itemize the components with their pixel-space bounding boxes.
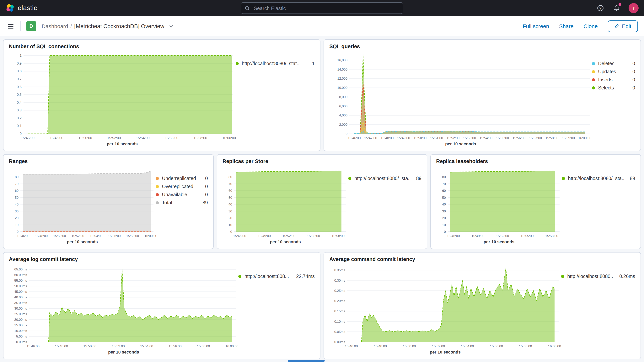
x-axis-label: per 10 seconds [329, 350, 561, 356]
edit-button[interactable]: Edit [608, 20, 638, 32]
svg-text:15:46:00: 15:46:00 [447, 234, 460, 238]
svg-text:15:55:00: 15:55:00 [307, 234, 320, 238]
chart-legend: http://localhost:8080/_sta... 89 [562, 165, 635, 246]
svg-text:0.00ms: 0.00ms [16, 340, 27, 344]
sql-connections-area-chart[interactable]: 00.10.20.30.40.50.60.70.80.9115:46:0015:… [9, 50, 236, 142]
legend-label: Overreplicated [162, 184, 194, 189]
chart-legend: http://localhost:8080/_sta... 89 [348, 165, 422, 246]
chart-legend: Deletes 0 Updates 0 Inserts 0 [592, 50, 635, 148]
panel-title[interactable]: SQL queries [329, 44, 635, 49]
svg-text:70: 70 [15, 182, 18, 186]
share-button[interactable]: Share [559, 23, 574, 29]
legend-item[interactable]: Overreplicated 0 [156, 184, 208, 189]
space-badge[interactable]: D [26, 21, 36, 31]
svg-text:50: 50 [442, 196, 446, 200]
elastic-logo[interactable]: elastic [6, 4, 37, 13]
legend-label: Updates [598, 69, 616, 74]
svg-text:0.8: 0.8 [17, 69, 22, 73]
legend-item[interactable]: Unavailable 0 [156, 192, 208, 198]
svg-text:0.05ms: 0.05ms [334, 330, 345, 334]
svg-text:60: 60 [442, 189, 446, 192]
svg-text:30: 30 [15, 210, 18, 213]
svg-text:15:58:00: 15:58:00 [545, 234, 558, 238]
replicas-per-store-area-chart[interactable]: 0102030405060708015:46:0015:49:0015:52:0… [222, 165, 348, 240]
search-input[interactable] [253, 5, 399, 11]
x-axis-label: per 10 seconds [9, 240, 156, 246]
panel-average-log-commit-latency: Average log commit latency 0.00ms5.00ms1… [3, 252, 320, 359]
svg-text:15:49:00: 15:49:00 [472, 234, 484, 238]
svg-text:15:52:00: 15:52:00 [112, 344, 125, 348]
svg-text:4,000: 4,000 [339, 113, 348, 117]
chart-legend: Underreplicated 0 Overreplicated 0 Unava… [156, 165, 208, 246]
svg-text:15:52:00: 15:52:00 [107, 136, 121, 140]
svg-text:15:52:00: 15:52:00 [72, 234, 84, 238]
log-commit-latency-area-chart[interactable]: 0.00ms5.00ms10.00ms15.00ms20.00ms25.00ms… [9, 263, 238, 350]
svg-text:0.20ms: 0.20ms [334, 299, 345, 303]
legend-item[interactable]: Selects 0 [592, 85, 635, 90]
svg-text:15:52:00: 15:52:00 [446, 136, 460, 140]
svg-text:0: 0 [346, 132, 348, 136]
svg-text:16,000: 16,000 [337, 58, 348, 62]
legend-value: 0 [629, 69, 635, 74]
svg-text:15:58:00: 15:58:00 [197, 344, 210, 348]
svg-text:15:52:00: 15:52:00 [496, 234, 509, 238]
x-axis-label: per 10 seconds [436, 240, 562, 246]
replica-leaseholders-area-chart[interactable]: 0102030405060708015:46:0015:49:0015:52:0… [436, 165, 562, 240]
svg-text:15:58:00: 15:58:00 [519, 344, 532, 348]
legend-item[interactable]: http://localhost:8080... 0.26ms [561, 274, 635, 279]
breadcrumb-dashboard-link[interactable]: Dashboard [42, 23, 68, 29]
panel-title[interactable]: Ranges [9, 158, 208, 164]
svg-text:15:54:00: 15:54:00 [480, 136, 492, 140]
panel-title[interactable]: Average log commit latency [9, 256, 315, 262]
command-commit-latency-area-chart[interactable]: 0.00ms0.05ms0.10ms0.15ms0.20ms0.25ms0.30… [329, 263, 561, 350]
x-axis-label: per 10 seconds [329, 142, 592, 148]
svg-text:20: 20 [442, 216, 446, 220]
user-avatar[interactable]: r [628, 3, 638, 13]
svg-text:0: 0 [444, 230, 446, 234]
svg-text:0.7: 0.7 [17, 77, 22, 81]
legend-item[interactable]: Total 89 [156, 200, 208, 206]
svg-text:16:00:00: 16:00:00 [548, 344, 561, 348]
legend-item[interactable]: Underreplicated 0 [156, 176, 208, 181]
legend-item[interactable]: http://localhost:8080/_stat... 1 [236, 61, 315, 66]
svg-text:15:49:00: 15:49:00 [258, 234, 271, 238]
full-screen-button[interactable]: Full screen [523, 23, 549, 29]
series-dot [592, 70, 595, 73]
help-icon[interactable]: ? [596, 4, 605, 12]
panel-title[interactable]: Replicas per Store [222, 158, 422, 164]
legend-item[interactable]: http://localhost:8080/_sta... 89 [348, 176, 422, 181]
svg-text:80: 80 [228, 175, 232, 179]
legend-item[interactable]: Updates 0 [592, 69, 635, 74]
horizontal-scrollbar-thumb[interactable] [288, 360, 325, 362]
legend-label: Total [162, 200, 172, 206]
legend-item[interactable]: http://localhost:8080/_sta... 89 [562, 176, 635, 181]
legend-item[interactable]: http://localhost:808... 22.74ms [238, 274, 315, 279]
global-search[interactable] [241, 2, 403, 14]
ranges-area-chart[interactable]: 0102030405060708015:46:0015:48:0015:50:0… [9, 165, 156, 240]
notifications-icon[interactable] [612, 4, 621, 12]
clone-button[interactable]: Clone [584, 23, 598, 29]
svg-text:5.00ms: 5.00ms [16, 334, 27, 338]
svg-text:?: ? [599, 6, 602, 10]
legend-item[interactable]: Inserts 0 [592, 77, 635, 82]
svg-text:0.5: 0.5 [17, 93, 22, 96]
legend-value: 0 [202, 184, 208, 189]
series-dot [236, 62, 239, 65]
svg-text:0.10ms: 0.10ms [334, 320, 345, 324]
panel-title[interactable]: Number of SQL connections [9, 44, 315, 49]
menu-icon[interactable] [6, 22, 15, 30]
series-dot [156, 201, 159, 204]
series-dot [156, 177, 159, 180]
panel-title[interactable]: Average command commit latency [329, 256, 635, 262]
svg-text:20: 20 [228, 216, 232, 220]
svg-text:0.6: 0.6 [17, 85, 22, 89]
panel-title[interactable]: Replica leaseholders [436, 158, 635, 164]
series-dot [561, 275, 564, 278]
legend-value: 0 [629, 77, 635, 82]
svg-text:15:46:00: 15:46:00 [345, 344, 358, 348]
sql-queries-area-chart[interactable]: 02,0004,0006,0008,00010,00012,00014,0001… [329, 50, 592, 142]
svg-text:60: 60 [228, 189, 232, 192]
svg-text:40: 40 [15, 202, 18, 206]
legend-item[interactable]: Deletes 0 [592, 61, 635, 66]
chevron-down-icon[interactable] [169, 24, 174, 28]
